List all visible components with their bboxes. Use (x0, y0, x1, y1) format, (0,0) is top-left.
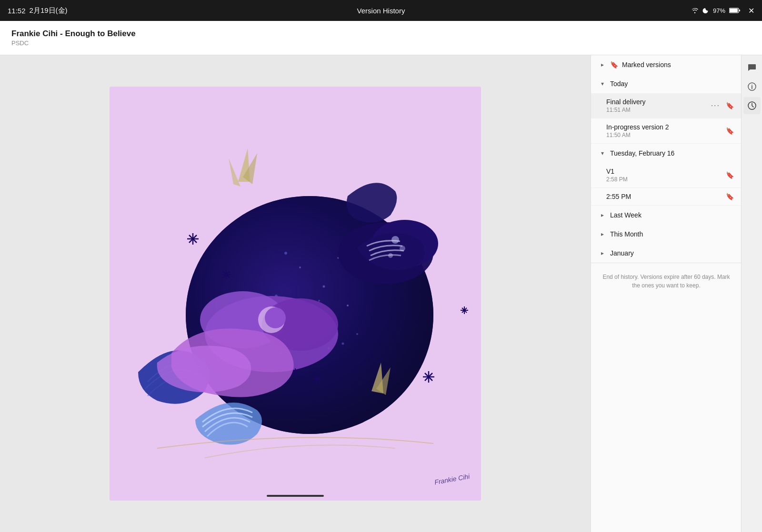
time-entry-label-255: 2:55 PM (606, 193, 631, 200)
svg-text:i: i (751, 84, 752, 90)
svg-point-7 (299, 266, 301, 268)
artwork-container: Frankie Cihi (110, 87, 481, 501)
svg-point-24 (400, 246, 405, 251)
this-month-section[interactable]: This Month (591, 225, 742, 244)
status-right: 97% ✕ (691, 6, 754, 15)
marked-versions-chevron (599, 61, 606, 69)
comment-icon-button[interactable] (743, 59, 761, 76)
window-title: Version History (357, 7, 405, 15)
battery-percentage: 97% (713, 7, 725, 14)
bookmark-v1-button[interactable]: 🔖 (726, 171, 734, 179)
january-section[interactable]: January (591, 244, 742, 263)
wifi-icon (691, 8, 699, 13)
bookmark-icon: 🔖 (610, 61, 618, 69)
svg-point-8 (323, 286, 325, 288)
svg-rect-2 (739, 10, 740, 11)
version-item-v1[interactable]: V1 2:58 PM 🔖 (591, 163, 742, 188)
this-month-chevron (599, 230, 606, 238)
tuesday-chevron (599, 149, 606, 157)
bookmark-255-button[interactable]: 🔖 (726, 193, 734, 200)
january-chevron (599, 249, 606, 257)
panel-footer: End of history. Versions expire after 60… (591, 263, 742, 299)
battery-icon (729, 8, 741, 13)
version-history-panel: 🔖 Marked versions Today Final delivery 1… (591, 55, 742, 532)
tuesday-section[interactable]: Tuesday, February 16 (591, 144, 742, 163)
moon-icon (702, 7, 709, 14)
version-item-inprogress[interactable]: In-progress version 2 11:50 AM 🔖 (591, 118, 742, 144)
star-decoration-2 (221, 270, 231, 279)
status-left: 11:52 2月19日(金) (8, 6, 68, 15)
svg-point-23 (391, 236, 399, 244)
svg-rect-1 (730, 9, 738, 12)
january-label: January (610, 249, 634, 257)
header: Frankie Cihi - Enough to Believe PSDC (0, 21, 762, 55)
right-panel: 🔖 Marked versions Today Final delivery 1… (591, 55, 762, 532)
status-bar: 11:52 2月19日(金) Version History 97% ✕ (0, 0, 762, 21)
this-month-label: This Month (610, 230, 643, 238)
file-type: PSDC (11, 39, 136, 47)
last-week-chevron (599, 211, 606, 219)
svg-point-25 (388, 253, 393, 258)
version-time-final: 11:51 AM (606, 107, 709, 113)
date-display: 2月19日(金) (30, 6, 68, 15)
footer-text: End of history. Versions expire after 60… (599, 273, 734, 290)
today-chevron (599, 80, 606, 88)
bookmark-inprogress-button[interactable]: 🔖 (726, 127, 734, 135)
canvas-area: Frankie Cihi (0, 55, 591, 532)
today-label: Today (610, 80, 628, 88)
side-icons-panel: i (741, 55, 762, 532)
svg-point-30 (265, 307, 286, 328)
version-name-inprogress: In-progress version 2 (606, 123, 726, 131)
version-actions-final: ··· 🔖 (709, 100, 734, 111)
today-section[interactable]: Today (591, 74, 742, 93)
version-actions-inprogress: 🔖 (726, 127, 734, 135)
version-info-final: Final delivery 11:51 AM (606, 98, 709, 113)
version-time-v1: 2:58 PM (606, 176, 726, 183)
version-info-v1: V1 2:58 PM (606, 167, 726, 183)
file-title: Frankie Cihi - Enough to Believe (11, 29, 136, 39)
last-week-section[interactable]: Last Week (591, 206, 742, 225)
svg-point-19 (342, 343, 344, 345)
last-week-label: Last Week (610, 211, 642, 219)
version-name-v1: V1 (606, 167, 726, 175)
close-icon[interactable]: ✕ (748, 6, 754, 15)
svg-point-18 (318, 300, 320, 302)
version-name-final: Final delivery (606, 98, 709, 106)
version-actions-v1: 🔖 (726, 171, 734, 179)
version-info-inprogress: In-progress version 2 11:50 AM (606, 123, 726, 138)
more-options-button[interactable]: ··· (709, 100, 722, 111)
version-item-final-delivery[interactable]: Final delivery 11:51 AM ··· 🔖 (591, 93, 742, 118)
main-content: Frankie Cihi 🔖 Marked versions Today (0, 55, 762, 532)
bookmark-final-button[interactable]: 🔖 (726, 102, 734, 109)
marked-versions-label: Marked versions (622, 61, 671, 69)
info-icon-button[interactable]: i (743, 78, 761, 95)
star-decoration-6 (313, 376, 320, 383)
svg-point-6 (284, 252, 287, 255)
time-display: 11:52 (8, 7, 26, 15)
scroll-indicator (267, 495, 324, 497)
version-time-inprogress: 11:50 AM (606, 132, 726, 138)
svg-point-11 (347, 305, 349, 306)
marked-versions-section[interactable]: 🔖 Marked versions (591, 55, 742, 74)
tuesday-label: Tuesday, February 16 (610, 149, 674, 157)
version-item-255pm[interactable]: 2:55 PM 🔖 (591, 188, 742, 206)
artwork-svg: Frankie Cihi (110, 87, 481, 501)
history-icon-button[interactable] (743, 97, 761, 114)
svg-point-15 (356, 333, 358, 335)
header-content: Frankie Cihi - Enough to Believe PSDC (11, 29, 136, 47)
